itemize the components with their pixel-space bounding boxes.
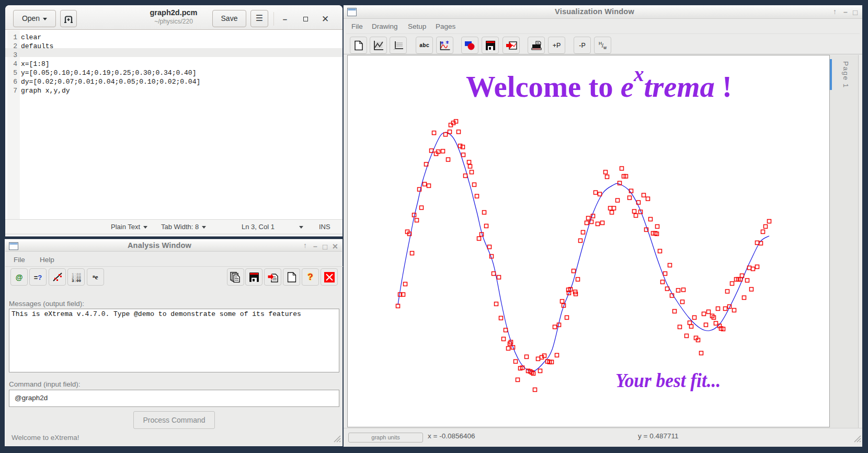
svg-text:3:00: 3:00 [72, 279, 82, 282]
svg-text:Your best fit...: Your best fit... [615, 369, 721, 391]
svg-text:Welcome to extrema !: Welcome to extrema ! [466, 63, 732, 104]
